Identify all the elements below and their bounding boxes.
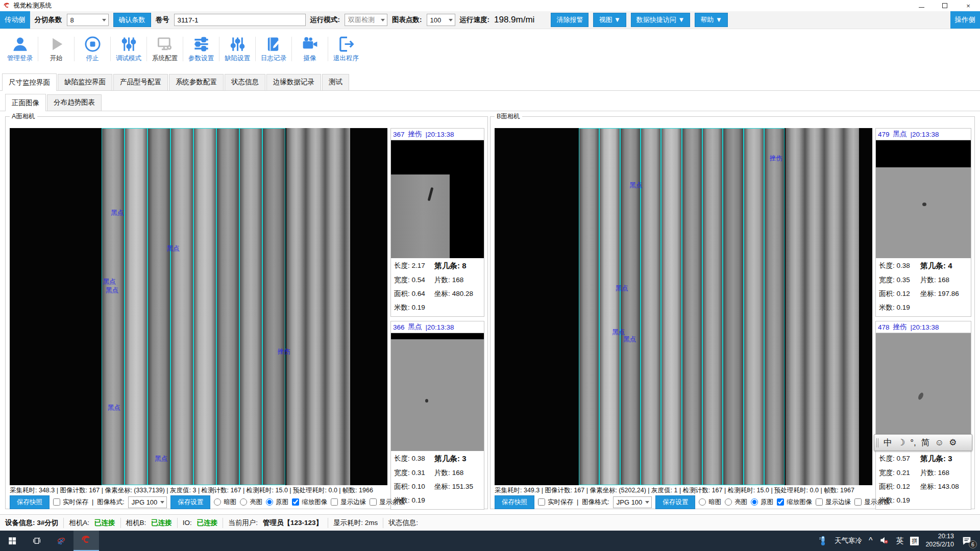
defect-marker-label: 黑点 — [108, 404, 120, 412]
radio[interactable] — [240, 498, 247, 506]
data-quick-access-button[interactable]: 数据快捷访问 ▼ — [631, 13, 690, 27]
moon-icon[interactable]: ☽ — [897, 437, 905, 448]
show-edge-checkbox[interactable]: 显示边缘 — [816, 498, 851, 507]
task-view-button[interactable] — [24, 531, 49, 551]
run-mode-value: 双面检测 — [348, 15, 375, 24]
toolbar-button-defect-sliders[interactable]: 缺陷设置 — [220, 35, 254, 63]
save-snapshot-button[interactable]: 保存快照 — [495, 495, 534, 509]
defect-card[interactable]: 367挫伤|20:13:38长度: 2.17第几条: 8宽度: 0.54片数: … — [390, 128, 484, 317]
clock[interactable]: 20:13 2025/2/10 — [925, 533, 954, 548]
checkbox[interactable] — [292, 498, 299, 506]
zoom-image-label: 缩放图像 — [302, 498, 327, 507]
maximize-button[interactable] — [933, 0, 957, 11]
original-image-radio[interactable]: 原图 — [266, 498, 288, 507]
active-app-taskbar-button[interactable] — [74, 531, 99, 551]
ime-chinese-mode[interactable]: 中 — [884, 437, 892, 448]
zoom-image-checkbox[interactable]: 缩放图像 — [777, 498, 812, 507]
defect-header: 479黑点|20:13:38 — [876, 129, 971, 140]
view-menu-button[interactable]: 视图 ▼ — [593, 13, 626, 27]
bright-image-radio[interactable]: 亮图 — [725, 498, 747, 507]
toolbar-button-stop[interactable]: 停止 — [76, 35, 109, 63]
defect-card[interactable]: 479黑点|20:13:38长度: 0.38第几条: 4宽度: 0.35片数: … — [875, 128, 971, 317]
save-settings-button[interactable]: 保存设置 — [655, 495, 695, 509]
show-strips-checkbox[interactable]: 显示条数 — [854, 498, 890, 507]
sub-tab-0[interactable]: 正面图像 — [5, 94, 46, 111]
save-snapshot-button[interactable]: 保存快照 — [10, 495, 50, 509]
punctuation-icon[interactable]: °, — [910, 438, 916, 448]
language-indicator[interactable]: 英 — [896, 536, 903, 546]
save-settings-button[interactable]: 保存设置 — [170, 495, 210, 509]
toolbar-button-debug-sliders[interactable]: 调试模式 — [112, 35, 145, 63]
realtime-save-checkbox[interactable]: 实时保存 — [538, 498, 573, 507]
show-edge-checkbox[interactable]: 显示边缘 — [331, 498, 366, 507]
chart-points-dropdown[interactable]: 100 — [427, 14, 455, 26]
checkbox[interactable] — [854, 498, 862, 506]
defect-pieces: 片数: 168 — [434, 276, 482, 285]
zoom-image-checkbox[interactable]: 缩放图像 — [292, 498, 327, 507]
run-mode-dropdown[interactable]: 双面检测 — [345, 14, 387, 26]
checkbox[interactable] — [777, 498, 784, 506]
toolbar-button-exit[interactable]: 退出程序 — [329, 35, 363, 63]
main-tab-5[interactable]: 边缘数据记录 — [266, 74, 321, 90]
ime-simplified-mode[interactable]: 简 — [921, 437, 930, 448]
main-tab-0[interactable]: 尺寸监控界面 — [2, 73, 57, 91]
toolbar-button-system-config[interactable]: 系统配置 — [148, 35, 182, 63]
toolbar-button-play[interactable]: 开始 — [39, 35, 73, 63]
thermometer-icon[interactable] — [818, 535, 828, 546]
main-tab-2[interactable]: 产品型号配置 — [113, 74, 168, 90]
bright-image-radio[interactable]: 亮图 — [240, 498, 262, 507]
volume-muted-icon[interactable] — [879, 535, 889, 547]
radio[interactable] — [214, 498, 221, 506]
image-format-dropdown[interactable]: JPG 100 — [128, 496, 167, 508]
defect-pieces: 片数: 168 — [920, 468, 969, 478]
ime-indicator[interactable]: 拼 — [910, 537, 919, 545]
radio[interactable] — [751, 498, 758, 506]
strip-count-dropdown[interactable]: 8 — [67, 14, 109, 26]
checkbox[interactable] — [370, 498, 377, 506]
image-format-dropdown[interactable]: JPG 100 — [613, 496, 652, 508]
checkbox[interactable] — [53, 498, 60, 506]
close-button[interactable]: × — [957, 0, 980, 11]
confirm-strips-button[interactable]: 确认条数 — [113, 13, 151, 27]
drag-handle-icon[interactable] — [876, 438, 878, 447]
roll-number-input[interactable] — [174, 14, 306, 26]
checkbox[interactable] — [331, 498, 338, 506]
defect-type: 挫伤 — [408, 130, 422, 139]
dark-image-radio[interactable]: 暗图 — [699, 498, 721, 507]
start-button[interactable] — [0, 531, 24, 551]
toolbar-button-log[interactable]: 日志记录 — [257, 35, 290, 63]
radio[interactable] — [725, 498, 732, 506]
clear-alarm-button[interactable]: 清除报警 — [551, 13, 589, 27]
checkbox[interactable] — [538, 498, 545, 506]
main-tab-3[interactable]: 系统参数配置 — [169, 74, 224, 90]
defect-card[interactable]: 366黑点|20:13:38长度: 0.38第几条: 3宽度: 0.31片数: … — [390, 321, 484, 510]
toolbar-button-user[interactable]: 管理登录 — [3, 35, 37, 63]
radio[interactable] — [266, 498, 273, 506]
emoji-icon[interactable]: ☺ — [935, 438, 944, 448]
operator-side-button[interactable]: 操作侧 — [950, 11, 980, 29]
sub-tab-1[interactable]: 分布趋势图表 — [47, 94, 102, 111]
original-image-radio[interactable]: 原图 — [751, 498, 773, 507]
dark-image-radio[interactable]: 暗图 — [214, 498, 236, 507]
show-strips-checkbox[interactable]: 显示条数 — [370, 498, 405, 507]
camera-b-conn-label: 相机B: — [126, 518, 146, 528]
main-tab-4[interactable]: 状态信息 — [225, 74, 265, 90]
drive-side-button[interactable]: 传动侧 — [0, 11, 30, 29]
realtime-save-checkbox[interactable]: 实时保存 — [53, 498, 88, 507]
weather-status[interactable]: 天气寒冷 — [835, 536, 862, 545]
task-view-icon — [32, 536, 41, 545]
toolbar-button-param-sliders[interactable]: 参数设置 — [184, 35, 218, 63]
main-tab-1[interactable]: 缺陷监控界面 — [58, 74, 112, 90]
snipping-tool-button[interactable] — [49, 531, 74, 551]
chevron-up-icon[interactable]: ^ — [869, 536, 873, 545]
defect-card[interactable]: 478挫伤|20:13:38长度: 0.57第几条: 3宽度: 0.21片数: … — [875, 321, 971, 510]
notification-center-button[interactable]: 6 — [961, 535, 974, 546]
ime-toolbar[interactable]: 中 ☽ °, 简 ☺ ⚙ — [874, 434, 972, 451]
main-tab-6[interactable]: 测试 — [322, 74, 349, 90]
help-menu-button[interactable]: 帮助 ▼ — [695, 13, 727, 27]
minimize-button[interactable] — [910, 0, 933, 11]
radio[interactable] — [699, 498, 706, 506]
gear-icon[interactable]: ⚙ — [949, 437, 957, 448]
checkbox[interactable] — [816, 498, 823, 506]
toolbar-button-camera[interactable]: 摄像 — [293, 35, 327, 63]
